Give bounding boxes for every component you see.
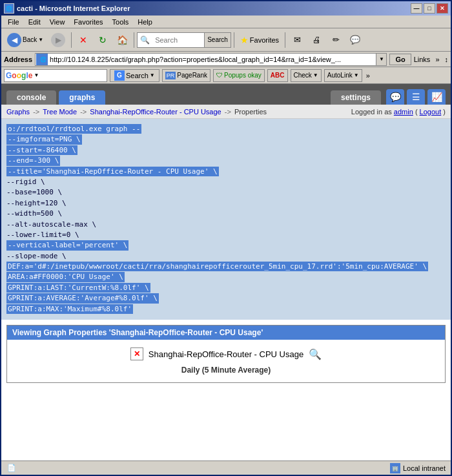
links-button[interactable]: Links [414, 56, 431, 63]
print-button[interactable]: 🖨 [307, 31, 325, 49]
menu-bar: File Edit View Favorites Tools Help [1, 16, 451, 28]
graph-zoom-icon[interactable]: 🔍 [309, 348, 322, 360]
stop-button[interactable]: ✕ [74, 31, 92, 49]
page-icon: 📄 [6, 463, 17, 473]
address-input[interactable] [48, 56, 376, 63]
resize-icon[interactable]: ↕ [445, 56, 449, 63]
mail-button[interactable]: ✉ [288, 31, 306, 49]
code-text-9: --alt-autoscale-max \ [6, 220, 96, 229]
breadcrumb-router[interactable]: Shanghai-RepOffice-Router - CPU Usage [90, 108, 221, 116]
code-line-1: --imgformat=PNG \ [6, 134, 446, 144]
search-go-btn[interactable]: Search [204, 33, 231, 47]
breadcrumb-treemode[interactable]: Tree Mode [43, 108, 77, 116]
google-search-input[interactable] [39, 72, 107, 79]
login-paren-close: ) [443, 108, 446, 116]
code-text-7: --height=120 \ [6, 198, 67, 208]
home-icon: 🏠 [117, 35, 128, 45]
minimize-button[interactable]: — [411, 3, 422, 14]
address-input-group: 🌐 ▼ [35, 53, 387, 66]
menu-view[interactable]: View [46, 17, 69, 27]
autolink-label: AutoLink [327, 72, 353, 79]
address-label: Address [4, 56, 32, 63]
menu-tools[interactable]: Tools [108, 17, 133, 27]
cacti-nav: console graphs settings 💬 ☰ 📈 [1, 84, 451, 105]
graph-properties-content: ✕ Shanghai-RepOffice-Router - CPU Usage … [7, 340, 445, 382]
menu-favorites[interactable]: Favorites [70, 17, 107, 27]
autolink-dropdown-icon[interactable]: ▼ [354, 72, 359, 78]
window-title: cacti - Microsoft Internet Explorer [17, 5, 130, 12]
toolbar-sep-1 [71, 32, 72, 48]
graph-properties-section: Viewing Graph Properties 'Shanghai-RepOf… [6, 325, 446, 383]
close-button[interactable]: ✕ [437, 3, 448, 14]
code-line-0: o:/rrdtool/rrdtool.exe graph -- [6, 124, 446, 134]
check-abc-button[interactable]: ABC [267, 69, 288, 82]
code-text-3: --end=-300 \ [6, 156, 60, 165]
code-text-12: --slope-mode \ [6, 251, 67, 261]
abc-icon: ABC [271, 72, 285, 79]
go-button[interactable]: Go [389, 54, 411, 65]
code-line-17: GPRINT:a:MAX:'Maximum#%8.0lf' [6, 304, 446, 314]
graph-properties-title: Viewing Graph Properties 'Shanghai-RepOf… [7, 326, 445, 340]
ie-content: o:/rrdtool/rrdtool.exe graph -- --imgfor… [1, 119, 451, 460]
browser-window: 🌐 cacti - Microsoft Internet Explorer — … [0, 0, 452, 476]
google-dropdown-icon[interactable]: ▼ [34, 72, 39, 78]
favorites-button[interactable]: ★ Favorites [237, 31, 282, 49]
back-icon: ◀ [7, 33, 21, 47]
menu-help[interactable]: Help [134, 17, 156, 27]
check-dropdown-icon[interactable]: ▼ [313, 72, 318, 78]
list-icon[interactable]: ☰ [407, 89, 425, 105]
toolbar-sep-4 [285, 32, 285, 48]
google-search-label: Search [126, 72, 149, 79]
tab-console[interactable]: console [6, 90, 56, 105]
favorites-label: Favorites [250, 36, 279, 44]
google-search-dropdown-icon[interactable]: ▼ [150, 72, 155, 78]
speech-bubble-icon[interactable]: 💬 [386, 89, 404, 105]
popups-icon: 🛡 [216, 72, 223, 79]
code-line-5: --rigid \ [6, 177, 446, 187]
search-input[interactable] [152, 36, 204, 44]
graph-thumbnail: ✕ [130, 347, 143, 360]
refresh-button[interactable]: ↻ [94, 31, 112, 49]
back-button[interactable]: ◀ Back ▼ [4, 31, 46, 49]
menu-file[interactable]: File [4, 17, 23, 27]
check-label: Check [294, 72, 312, 79]
code-text-8: --width=500 \ [6, 209, 62, 218]
discuss-icon: 💬 [350, 35, 360, 45]
code-text-16: GPRINT:a:AVERAGE:'Average#%8.0lf' \ [6, 293, 159, 303]
address-dropdown-icon[interactable]: ▼ [376, 54, 386, 65]
code-line-14: AREA:a#FF0000:'CPU Usage' \ [6, 272, 446, 282]
links-arrows-icon[interactable]: » [433, 56, 442, 63]
tab-graphs[interactable]: graphs [59, 90, 105, 105]
username-link[interactable]: admin [394, 108, 413, 116]
menu-edit[interactable]: Edit [25, 17, 45, 27]
back-label: Back [23, 36, 37, 43]
googlebar-arrows-icon[interactable]: » [365, 72, 371, 79]
pagerank-icon: PR [165, 72, 176, 79]
google-search-button[interactable]: G Search ▼ [110, 69, 159, 82]
back-dropdown-icon[interactable]: ▼ [38, 37, 43, 43]
maximize-button[interactable]: □ [424, 3, 435, 14]
forward-button[interactable]: ▶ [48, 31, 68, 49]
logout-link[interactable]: Logout [420, 108, 442, 116]
zone-icon: 🏢 [390, 463, 400, 473]
tab-settings[interactable]: settings [331, 90, 381, 105]
breadcrumb-bar: Graphs -> Tree Mode -> Shanghai-RepOffic… [1, 105, 451, 119]
check-button[interactable]: Check ▼ [291, 69, 322, 82]
code-text-17: GPRINT:a:MAX:'Maximum#%8.0lf' [6, 304, 133, 314]
refresh-icon: ↻ [99, 35, 107, 45]
code-area: o:/rrdtool/rrdtool.exe graph -- --imgfor… [1, 119, 451, 320]
autolink-button[interactable]: AutoLink ▼ [324, 69, 362, 82]
pagerank-button[interactable]: PR PageRank [162, 69, 211, 82]
toolbar-sep-2 [134, 32, 134, 48]
code-line-15: GPRINT:a:LAST:'CurrentW:%8.0lf' \ [6, 283, 446, 293]
title-bar-left: 🌐 cacti - Microsoft Internet Explorer [4, 3, 130, 14]
home-button[interactable]: 🏠 [113, 31, 131, 49]
code-line-13: DEF:a='d#:/inetpub/wwwroot/cacti/rra/sha… [6, 262, 446, 271]
discuss-button[interactable]: 💬 [346, 31, 364, 49]
chart-icon[interactable]: 📈 [427, 89, 446, 105]
edit-button[interactable]: ✏ [327, 31, 345, 49]
mail-icon: ✉ [294, 35, 301, 45]
popups-button[interactable]: 🛡 Popups okay [213, 69, 265, 82]
code-text-15: GPRINT:a:LAST:'CurrentW:%8.0lf' \ [6, 283, 150, 293]
breadcrumb-graphs[interactable]: Graphs [6, 108, 30, 116]
